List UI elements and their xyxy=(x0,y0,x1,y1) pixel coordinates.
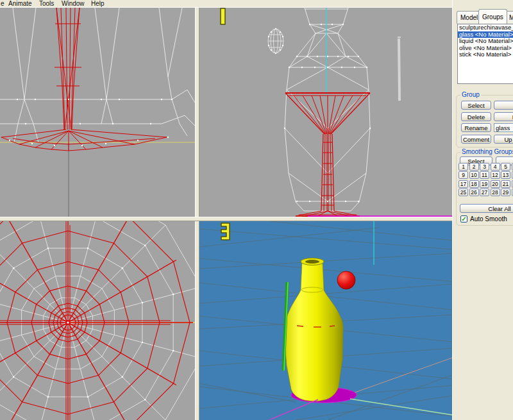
wireframe-front-zoomed xyxy=(0,8,195,217)
group-delete-button[interactable]: Delete xyxy=(461,112,491,121)
tab-model-label: Model xyxy=(460,14,478,21)
menu-item[interactable]: Help xyxy=(91,0,105,7)
group-list-item[interactable]: stick <No Material> xyxy=(458,51,513,58)
smoothing-number-button[interactable]: 3 xyxy=(480,163,489,171)
viewport-front-left[interactable] xyxy=(0,8,195,217)
tab-groups[interactable]: Groups xyxy=(478,9,507,24)
menu-item[interactable]: Window xyxy=(62,0,85,7)
wireframe-top-view xyxy=(0,221,195,420)
smoothing-number-button[interactable]: 17 xyxy=(458,180,468,188)
group-rename-label: Rename xyxy=(465,124,488,131)
group-list-item[interactable]: glass <No Material> xyxy=(458,31,513,38)
group-list-item[interactable]: liquid <No Material> xyxy=(458,38,513,45)
group-comment-button[interactable]: Comment xyxy=(461,135,491,144)
viewport-splitter-vertical[interactable] xyxy=(195,8,199,420)
smoothing-number-button[interactable]: 27 xyxy=(480,189,489,196)
group-list-item[interactable]: sculpturechinavase_des xyxy=(458,24,513,31)
rename-input[interactable] xyxy=(494,123,513,132)
smoothing-number-button[interactable]: 2 xyxy=(469,163,479,171)
group-comment-label: Comment xyxy=(463,136,489,143)
group-select-button[interactable]: Select xyxy=(461,101,491,110)
checkmark-icon: ✓ xyxy=(461,215,466,223)
smoothing-number-button[interactable]: 12 xyxy=(491,171,500,179)
menu-bar: eAnimateToolsWindowHelp xyxy=(0,0,452,8)
group-delete-label: Delete xyxy=(467,113,485,121)
viewport-3d-shaded[interactable] xyxy=(199,221,452,420)
app-window: eAnimateToolsWindowHelp xyxy=(0,0,513,420)
viewport-top-view[interactable] xyxy=(0,221,195,420)
smoothing-number-button[interactable]: 20 xyxy=(491,180,500,188)
smoothing-number-button[interactable]: 1 xyxy=(458,163,468,171)
menu-item[interactable]: e xyxy=(1,0,4,7)
group-list-item[interactable]: olive <No Material> xyxy=(458,45,513,52)
group-up-label: Up xyxy=(504,136,512,143)
viewport-front-full[interactable] xyxy=(199,8,452,217)
smoothing-number-button[interactable]: 11 xyxy=(480,171,489,179)
smoothing-number-button[interactable]: 13 xyxy=(501,171,510,179)
group-regroup-button[interactable]: Regroup xyxy=(494,112,513,121)
group-select-label: Select xyxy=(467,102,484,109)
smoothing-number-button[interactable]: 5 xyxy=(501,163,510,171)
group-up-button[interactable]: Up xyxy=(494,135,513,144)
clear-all-button[interactable]: Clear All xyxy=(460,204,513,213)
viewport-splitter-horizontal[interactable] xyxy=(0,217,452,221)
smoothing-number-button[interactable]: 10 xyxy=(469,171,479,179)
group-box-title: Group xyxy=(460,91,481,98)
smoothing-number-button[interactable]: 4 xyxy=(491,163,500,171)
groups-listbox[interactable]: sculpturechinavase_desglass <No Material… xyxy=(457,24,513,84)
smoothing-number-button[interactable]: 21 xyxy=(501,180,510,188)
tab-materials-label: Materials xyxy=(509,14,513,21)
smoothing-number-button[interactable]: 19 xyxy=(480,180,489,188)
menu-item[interactable]: Animate xyxy=(8,0,32,7)
shaded-3d-scene xyxy=(199,221,452,420)
auto-smooth-checkbox[interactable]: ✓ xyxy=(460,215,467,223)
smoothing-groups-title: Smoothing Groups xyxy=(460,148,513,155)
auto-smooth-label: Auto Smooth xyxy=(470,215,507,223)
smoothing-number-button[interactable]: 9 xyxy=(458,171,468,179)
smoothing-number-button[interactable]: 28 xyxy=(491,189,500,196)
wireframe-front-full xyxy=(199,8,452,217)
smoothing-number-grid: 1234567891011121314151617181920212223242… xyxy=(458,163,513,197)
right-panel: Model Groups Materials sculpturechinavas… xyxy=(452,0,513,420)
group-hide-button[interactable]: Hide xyxy=(494,101,513,110)
smoothing-number-button[interactable]: 26 xyxy=(469,189,479,196)
smoothing-number-button[interactable]: 25 xyxy=(458,189,468,196)
tab-groups-label: Groups xyxy=(482,13,503,21)
smoothing-number-button[interactable]: 18 xyxy=(469,180,479,188)
smoothing-number-button[interactable]: 29 xyxy=(501,189,510,196)
menu-item[interactable]: Tools xyxy=(39,0,54,7)
group-rename-button[interactable]: Rename xyxy=(461,123,491,132)
clear-all-label: Clear All xyxy=(488,205,510,212)
